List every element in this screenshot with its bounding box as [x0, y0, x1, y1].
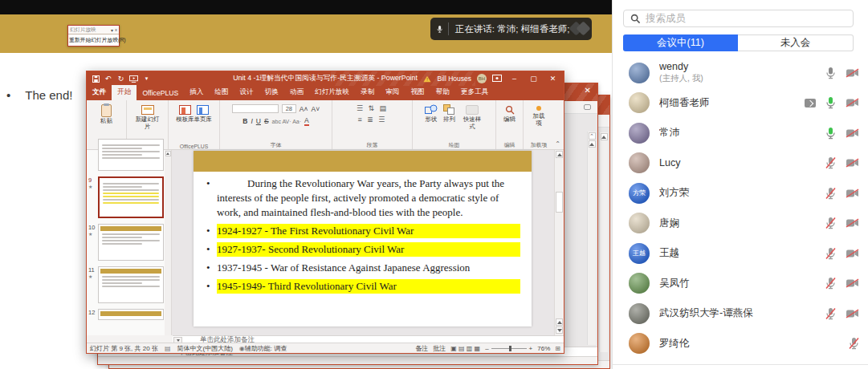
ribbon-tab[interactable]: 更多工具 — [455, 85, 494, 100]
start-slideshow-icon[interactable] — [129, 75, 138, 83]
ribbon-tab[interactable]: 切换 — [259, 85, 284, 100]
slide-thumbnail-9[interactable]: 9 ★ — [98, 176, 165, 218]
book-icon[interactable]: ▤ — [165, 345, 171, 352]
addins-button[interactable]: 加载项 — [530, 103, 548, 127]
font-size-input[interactable]: 28 — [282, 104, 296, 113]
slide-thumbnail-11[interactable]: 11 ★ — [98, 266, 165, 303]
view-buttons[interactable]: ▣ ▤ ▥ ▦ — [450, 345, 480, 352]
close-icon[interactable]: x — [115, 27, 117, 32]
zoom-out-button[interactable]: – — [485, 345, 488, 352]
template-library-button[interactable]: 模板库 — [176, 103, 194, 124]
mic-status-icon[interactable] — [825, 156, 836, 169]
grow-font-button[interactable]: A˄ — [300, 105, 308, 113]
ribbon-tab[interactable]: 视图 — [405, 85, 430, 100]
close-icon[interactable]: ✕ — [585, 86, 591, 95]
comments-toggle[interactable]: 批注 — [433, 344, 446, 353]
ribbon-tab[interactable]: 绘图 — [209, 85, 234, 100]
zoom-in-button[interactable]: + — [529, 345, 533, 352]
camera-off-icon[interactable] — [846, 158, 859, 168]
ribbon-tab[interactable]: 帮助 — [430, 85, 455, 100]
arrange-button[interactable]: 排列 — [443, 103, 455, 130]
zoom-slider[interactable]: – + — [485, 345, 532, 352]
ribbon-collapse-icon[interactable]: ⌃ — [555, 140, 560, 148]
paragraph-buttons-row1[interactable]: ☰ ⇅ ▤ — [357, 104, 388, 112]
mic-status-icon[interactable] — [825, 277, 836, 290]
mic-status-icon[interactable] — [825, 247, 836, 260]
qat-dropdown-icon[interactable]: ▾ — [142, 75, 151, 82]
camera-off-icon[interactable] — [846, 128, 859, 138]
current-slide[interactable]: • During the Revolutionary War years, th… — [194, 151, 532, 326]
slide-bullet-item[interactable]: • 1945-1949- Third Revolutionary Civil W… — [206, 279, 520, 294]
ribbon-tab[interactable]: 动画 — [284, 85, 309, 100]
camera-off-icon[interactable] — [846, 189, 859, 198]
camera-off-icon[interactable] — [846, 218, 859, 228]
strikethrough-button[interactable]: S — [264, 117, 269, 125]
undo-icon[interactable]: ↶ — [104, 75, 112, 83]
participant-row[interactable]: 唐娴 — [613, 209, 868, 239]
ribbon-tab[interactable]: 审阅 — [380, 85, 405, 100]
scrollbar-thumb[interactable] — [556, 192, 563, 213]
ribbon-tab[interactable]: 录制 — [355, 85, 380, 100]
tab-not-joined[interactable]: 未入会 — [738, 34, 854, 51]
participant-row[interactable]: 方荣 刘方荣 — [613, 178, 868, 209]
participant-row[interactable]: 武汉纺织大学-谭燕保 — [613, 298, 868, 329]
participant-row[interactable]: 罗绮伦 — [613, 329, 868, 359]
scroll-up-button[interactable] — [556, 151, 563, 158]
camera-off-icon[interactable] — [846, 309, 859, 318]
maximize-button[interactable]: ▢ — [527, 75, 540, 83]
language-status[interactable]: 简体中文(中国大陆) — [177, 344, 232, 353]
underline-button[interactable]: U — [256, 117, 261, 125]
close-button[interactable]: ✕ — [546, 75, 560, 83]
participant-row[interactable]: 吴凤竹 — [613, 269, 868, 299]
slide-paragraph[interactable]: • During the Revolutionary War years, th… — [206, 176, 520, 220]
ribbon-tab[interactable]: OfficePLUS — [137, 87, 184, 100]
ribbon-collapse-button[interactable]: ⌃ — [589, 132, 596, 140]
mic-status-icon[interactable] — [825, 67, 836, 79]
ribbon-tab[interactable]: 幻灯片放映 — [309, 85, 355, 100]
title-bar[interactable]: ↶ ↻ ▾ Unit 4 -1理解当代中国阅读与写作-民主溯源英 - Power… — [87, 71, 564, 86]
participant-row[interactable]: Lucy — [613, 148, 868, 179]
presenter-view-icon[interactable] — [492, 75, 502, 83]
ribbon-tab[interactable]: 文件 — [87, 85, 112, 100]
mic-status-icon[interactable] — [825, 127, 836, 140]
ribbon-tab[interactable]: 开始 — [112, 85, 137, 100]
redo-icon[interactable]: ↻ — [116, 75, 125, 83]
account-name[interactable]: Bill Houses — [437, 75, 471, 83]
restart-slideshow-item[interactable]: 重新开始幻灯片放映(R) — [68, 34, 119, 46]
mic-status-icon[interactable] — [825, 187, 836, 200]
edit-button[interactable]: 编辑 — [503, 103, 516, 124]
shrink-font-button[interactable]: A˅ — [312, 105, 320, 113]
slide-thumbnail-8[interactable] — [98, 139, 165, 171]
scroll-up-button[interactable] — [589, 140, 596, 148]
font-color-button[interactable]: A — [304, 116, 309, 126]
next-slide-button[interactable] — [556, 326, 563, 334]
font-name-input[interactable] — [232, 104, 279, 113]
participant-row[interactable]: 王越 王越 — [613, 238, 868, 269]
minimize-button[interactable]: – — [507, 75, 521, 83]
scroll-up-button[interactable] — [601, 133, 608, 140]
notes-toggle[interactable]: 备注 — [415, 344, 428, 353]
quick-style-button[interactable]: 快速样式 — [461, 103, 483, 130]
slide-bullet-item[interactable]: • 1927-1937- Second Revolutionary Civil … — [206, 242, 520, 257]
zoom-slider-thumb[interactable] — [509, 346, 511, 351]
mic-status-icon[interactable] — [825, 96, 836, 109]
bold-button[interactable]: B — [242, 117, 247, 125]
mic-status-icon[interactable] — [849, 337, 859, 350]
slide-scrollbar[interactable] — [554, 150, 564, 335]
slide-thumbnail-10[interactable]: 10 ★ — [98, 224, 165, 261]
ribbon-tab[interactable]: 插入 — [184, 85, 209, 100]
chevron-down-icon[interactable]: ▾ — [111, 27, 113, 33]
mic-status-icon[interactable] — [825, 217, 836, 229]
thumbnail-scrollbar[interactable] — [165, 150, 171, 335]
page-library-button[interactable]: 单页库 — [194, 103, 212, 124]
camera-off-icon[interactable] — [846, 278, 859, 288]
paragraph-buttons-row2[interactable]: ≡ ≣ ☰ — [358, 116, 387, 124]
account-avatar[interactable]: BH — [477, 74, 487, 83]
italic-button[interactable]: I — [251, 117, 252, 125]
slide-bullet-item[interactable]: • 1937-1945 - War of Resistance Against … — [206, 261, 520, 275]
camera-off-icon[interactable] — [846, 98, 859, 107]
scroll-up-button[interactable] — [165, 151, 171, 156]
slide-bullet-item[interactable]: • 1924-1927 - The First Revolutionary Ci… — [206, 224, 520, 238]
search-member-input[interactable]: 搜索成员 — [623, 10, 854, 27]
participant-row[interactable]: 柯细香老师 — [613, 88, 868, 119]
